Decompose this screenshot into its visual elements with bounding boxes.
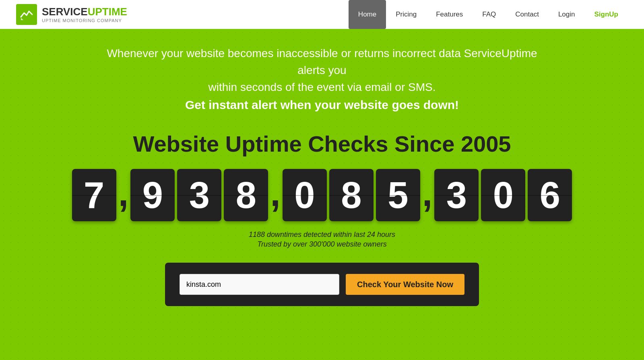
svg-marker-0	[21, 18, 23, 20]
digit-9: 0	[481, 169, 525, 221]
digit-2: 9	[130, 169, 175, 221]
hero-desc-line2: within seconds of the event via email or…	[208, 81, 436, 93]
hero-desc-line1: Whenever your website becomes inaccessib…	[107, 47, 537, 76]
comma-3: ,	[422, 172, 433, 218]
digit-6: 8	[329, 169, 374, 221]
logo-icon	[16, 4, 37, 25]
digit-1: 7	[72, 169, 116, 221]
nav-faq[interactable]: FAQ	[473, 0, 506, 29]
hero-heading: Website Uptime Checks Since 2005	[133, 131, 511, 157]
nav-features[interactable]: Features	[426, 0, 473, 29]
digit-3: 3	[177, 169, 221, 221]
digit-5: 0	[283, 169, 327, 221]
logo-text: SERVICEUPTIME UPTIME MONITORING COMPANY	[42, 6, 127, 23]
brand-name: SERVICEUPTIME	[42, 6, 127, 18]
nav-pricing[interactable]: Pricing	[386, 0, 426, 29]
nav-signup[interactable]: SignUp	[585, 0, 628, 29]
nav-login[interactable]: Login	[549, 0, 585, 29]
digit-7: 5	[376, 169, 420, 221]
check-button[interactable]: Check Your Website Now	[346, 274, 464, 295]
hero-section: Whenever your website becomes inaccessib…	[0, 29, 644, 360]
comma-2: ,	[270, 172, 281, 218]
nav-links: Home Pricing Features FAQ Contact Login …	[349, 0, 628, 29]
digit-10: 6	[528, 169, 572, 221]
stat-downtimes: 1188 downtimes detected within last 24 h…	[249, 230, 395, 239]
digit-8: 3	[434, 169, 479, 221]
navbar: SERVICEUPTIME UPTIME MONITORING COMPANY …	[0, 0, 644, 29]
brand-tagline: UPTIME MONITORING COMPANY	[42, 18, 127, 23]
comma-1: ,	[118, 172, 129, 218]
hero-cta-text: Get instant alert when your website goes…	[101, 96, 543, 114]
check-form: Check Your Website Now	[165, 263, 479, 306]
counter-stats: 1188 downtimes detected within last 24 h…	[249, 229, 395, 250]
nav-home[interactable]: Home	[349, 0, 386, 29]
hero-description: Whenever your website becomes inaccessib…	[101, 45, 543, 114]
digit-4: 8	[224, 169, 268, 221]
logo: SERVICEUPTIME UPTIME MONITORING COMPANY	[16, 4, 127, 25]
nav-contact[interactable]: Contact	[506, 0, 549, 29]
website-input[interactable]	[180, 274, 339, 295]
stat-trust: Trusted by over 300'000 website owners	[249, 240, 395, 249]
counter-display: 7 , 9 3 8 , 0 8 5 , 3 0 6	[71, 169, 574, 221]
